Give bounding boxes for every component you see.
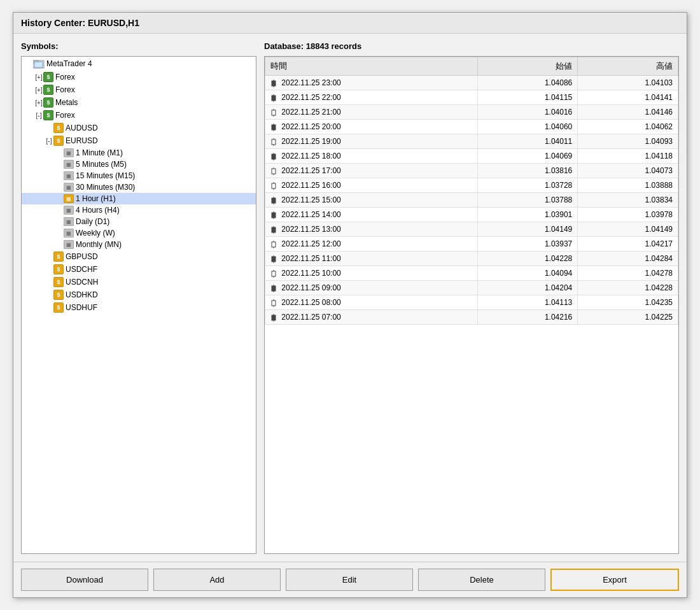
candle-icon — [270, 109, 277, 117]
tree-item-m30[interactable]: ▦30 Minutes (M30) — [22, 181, 256, 193]
tree-item-mt4[interactable]: MetaTrader 4 — [22, 57, 256, 71]
svg-rect-31 — [272, 213, 276, 218]
table-row[interactable]: 2022.11.25 13:00 1.04149 1.04149 — [265, 222, 678, 237]
table-row[interactable]: 2022.11.25 16:00 1.03728 1.03888 — [265, 178, 678, 193]
cell-open: 1.04094 — [477, 266, 578, 281]
tree-label-m30: 30 Minutes (M30) — [76, 183, 135, 192]
tree-label-audusd: AUDUSD — [66, 124, 98, 132]
symbol-icon-usdcnh: $ — [53, 277, 64, 287]
candle-icon — [270, 241, 277, 248]
edit-button[interactable]: Edit — [286, 569, 413, 591]
table-row[interactable]: 2022.11.25 21:00 1.04016 1.04146 — [265, 105, 678, 120]
tree-label-forex1: Forex — [55, 73, 75, 82]
right-panel: Database: 18843 records 時間 始値 高値 — [264, 41, 679, 554]
tree-label-usdchf: USDCHF — [66, 265, 97, 274]
tree-item-usdhkd[interactable]: $USDHKD — [22, 288, 256, 301]
tree-item-forex3[interactable]: [-]$Forex — [22, 109, 256, 122]
table-row[interactable]: 2022.11.25 11:00 1.04228 1.04284 — [265, 252, 678, 266]
download-button[interactable]: Download — [21, 569, 148, 591]
table-row[interactable]: 2022.11.25 22:00 1.04115 1.04141 — [265, 90, 678, 105]
svg-rect-46 — [272, 286, 276, 291]
symbol-icon-usdhkd: $ — [53, 290, 64, 300]
candle-icon — [270, 211, 277, 219]
symbol-icon-gbpusd: $ — [53, 252, 64, 262]
title-bar: History Center: EURUSD,H1 — [13, 13, 687, 34]
tree-item-m1[interactable]: ▦1 Minute (M1) — [22, 147, 256, 159]
cell-high: 1.04073 — [578, 164, 678, 178]
cell-open: 1.04228 — [477, 252, 578, 266]
cell-high: 1.04225 — [578, 310, 678, 325]
expand-btn-forex3[interactable]: [-] — [34, 111, 43, 120]
folder-icon-forex3: $ — [43, 110, 53, 120]
table-row[interactable]: 2022.11.25 18:00 1.04069 1.04118 — [265, 149, 678, 164]
tree-item-h1[interactable]: ▦1 Hour (H1) — [22, 193, 256, 204]
cell-high: 1.04278 — [578, 266, 678, 281]
svg-rect-10 — [272, 110, 276, 115]
expand-btn-eurusd[interactable]: [-] — [45, 136, 53, 145]
export-button[interactable]: Export — [550, 569, 679, 591]
data-table[interactable]: 時間 始値 高値 2022.11.25 23:00 1.04086 1.0410… — [264, 56, 679, 554]
cell-open: 1.03901 — [477, 208, 578, 222]
cell-open: 1.04086 — [477, 76, 578, 90]
symbol-icon-usdchf: $ — [53, 264, 64, 274]
table-row[interactable]: 2022.11.25 09:00 1.04204 1.04228 — [265, 281, 678, 295]
expand-btn-metals[interactable]: [+] — [34, 98, 43, 107]
tree-item-forex2[interactable]: [+]$Forex — [22, 83, 256, 96]
cell-open: 1.03816 — [477, 164, 578, 178]
tree-item-forex1[interactable]: [+]$Forex — [22, 71, 256, 83]
cell-open: 1.03728 — [477, 178, 578, 193]
tree-label-d1: Daily (D1) — [76, 217, 109, 226]
table-row[interactable]: 2022.11.25 15:00 1.03788 1.03834 — [265, 193, 678, 208]
cell-time: 2022.11.25 16:00 — [265, 178, 478, 193]
candle-icon — [270, 226, 277, 234]
tree-item-m15[interactable]: ▦15 Minutes (M15) — [22, 170, 256, 181]
svg-rect-4 — [272, 81, 276, 86]
timeframe-icon-mn: ▦ — [64, 240, 74, 249]
candle-icon — [270, 255, 277, 263]
table-row[interactable]: 2022.11.25 10:00 1.04094 1.04278 — [265, 266, 678, 281]
tree-item-mn[interactable]: ▦Monthly (MN) — [22, 239, 256, 250]
table-row[interactable]: 2022.11.25 20:00 1.04060 1.04062 — [265, 120, 678, 134]
cell-high: 1.04146 — [578, 105, 678, 120]
cell-time: 2022.11.25 09:00 — [265, 281, 478, 295]
table-row[interactable]: 2022.11.25 14:00 1.03901 1.03978 — [265, 208, 678, 222]
svg-rect-7 — [272, 96, 276, 101]
candle-icon — [270, 299, 277, 307]
tree-item-d1[interactable]: ▦Daily (D1) — [22, 216, 256, 227]
tree-label-usdhkd: USDHKD — [66, 290, 98, 299]
expand-btn-forex2[interactable]: [+] — [34, 85, 43, 94]
table-row[interactable]: 2022.11.25 12:00 1.03937 1.04217 — [265, 237, 678, 252]
table-row[interactable]: 2022.11.25 07:00 1.04216 1.04225 — [265, 310, 678, 325]
tree-item-eurusd[interactable]: [-]$EURUSD — [22, 134, 256, 147]
delete-button[interactable]: Delete — [418, 569, 545, 591]
cell-time: 2022.11.25 22:00 — [265, 90, 478, 105]
tree-item-gbpusd[interactable]: $GBPUSD — [22, 250, 256, 263]
tree-item-w1[interactable]: ▦Weekly (W) — [22, 227, 256, 239]
tree-item-metals[interactable]: [+]$Metals — [22, 96, 256, 109]
table-row[interactable]: 2022.11.25 23:00 1.04086 1.04103 — [265, 76, 678, 90]
cell-time: 2022.11.25 21:00 — [265, 105, 478, 120]
table-row[interactable]: 2022.11.25 19:00 1.04011 1.04093 — [265, 134, 678, 149]
svg-rect-52 — [272, 315, 276, 320]
tree-item-audusd[interactable]: $AUDUSD — [22, 122, 256, 134]
add-button[interactable]: Add — [153, 569, 281, 591]
tree-item-usdchf[interactable]: $USDCHF — [22, 263, 256, 276]
tree-item-h4[interactable]: ▦4 Hours (H4) — [22, 204, 256, 216]
cell-open: 1.04069 — [477, 149, 578, 164]
cell-time: 2022.11.25 17:00 — [265, 164, 478, 178]
col-open: 始値 — [477, 57, 578, 76]
svg-rect-25 — [272, 183, 276, 188]
svg-rect-22 — [272, 169, 276, 174]
tree-item-m5[interactable]: ▦5 Minutes (M5) — [22, 159, 256, 170]
tree-item-usdhuf[interactable]: $USDHUF — [22, 301, 256, 314]
table-row[interactable]: 2022.11.25 08:00 1.04113 1.04235 — [265, 295, 678, 310]
cell-high: 1.03978 — [578, 208, 678, 222]
tree-item-usdcnh[interactable]: $USDCNH — [22, 276, 256, 288]
symbol-tree[interactable]: MetaTrader 4[+]$Forex[+]$Forex[+]$Metals… — [21, 56, 256, 554]
bottom-bar: Download Add Edit Delete Export — [13, 562, 687, 597]
tree-label-usdcnh: USDCNH — [66, 278, 98, 287]
table-row[interactable]: 2022.11.25 17:00 1.03816 1.04073 — [265, 164, 678, 178]
expand-btn-forex1[interactable]: [+] — [34, 73, 43, 82]
candle-icon — [270, 167, 277, 175]
candle-icon — [270, 182, 277, 190]
